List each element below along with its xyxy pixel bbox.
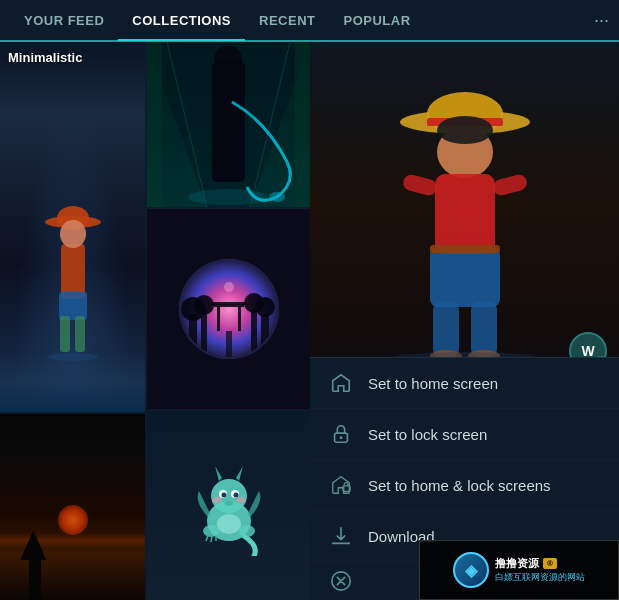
svg-point-36	[211, 479, 247, 513]
chibi-dragon-thumbnail[interactable]	[147, 411, 310, 600]
svg-rect-66	[491, 173, 528, 197]
luffy-figure-svg	[365, 62, 565, 362]
home-icon	[330, 372, 352, 394]
watermark-subtitle: 白嫖互联网资源的网站	[495, 571, 585, 584]
chibi-dragon-svg	[189, 456, 269, 556]
tab-popular[interactable]: POPULAR	[329, 0, 424, 40]
close-icon	[330, 570, 352, 592]
svg-point-69	[340, 436, 343, 439]
svg-rect-5	[75, 316, 85, 352]
svg-rect-65	[401, 173, 438, 197]
cyberpunk-thumbnail[interactable]	[147, 42, 310, 207]
sunset-thumbnail[interactable]	[0, 414, 145, 600]
set-home-screen-button[interactable]: Set to home screen	[310, 358, 619, 409]
svg-point-57	[437, 116, 493, 144]
svg-point-44	[212, 497, 222, 503]
watermark: ◈ 撸撸资源 ® 白嫖互联网资源的网站	[419, 540, 619, 600]
tab-your-feed[interactable]: YOUR FEED	[10, 0, 118, 40]
lock-icon	[330, 423, 352, 445]
svg-point-14	[214, 46, 242, 74]
svg-line-49	[206, 535, 208, 541]
set-home-screen-label: Set to home screen	[368, 375, 498, 392]
tab-recent[interactable]: RECENT	[245, 0, 329, 40]
svg-rect-3	[59, 292, 87, 320]
main-content: Minimalistic	[0, 42, 619, 600]
shrine-svg	[179, 259, 279, 359]
svg-point-15	[269, 192, 285, 202]
left-column: Minimalistic	[0, 42, 145, 600]
svg-rect-2	[61, 244, 85, 299]
svg-rect-13	[212, 62, 245, 182]
cyber-lines-svg	[147, 42, 310, 207]
more-options-button[interactable]: ···	[594, 10, 609, 31]
svg-rect-62	[471, 302, 497, 357]
set-home-lock-label: Set to home & lock screens	[368, 477, 551, 494]
svg-rect-16	[147, 42, 162, 207]
svg-point-41	[221, 492, 226, 497]
svg-rect-61	[433, 302, 459, 357]
svg-point-46	[217, 514, 241, 534]
svg-rect-25	[212, 302, 246, 305]
thumbnail-label: Minimalistic	[8, 50, 82, 65]
left-panel: Minimalistic	[0, 42, 310, 600]
download-icon	[330, 525, 352, 547]
svg-rect-27	[238, 306, 241, 331]
watermark-badge: ®	[543, 558, 557, 569]
set-home-lock-button[interactable]: Set to home & lock screens	[310, 460, 619, 511]
watermark-title: 撸撸资源	[495, 556, 539, 571]
tab-collections[interactable]: COLLECTIONS	[118, 1, 245, 41]
svg-rect-21	[261, 314, 269, 359]
svg-point-42	[233, 492, 238, 497]
anime-boy-thumbnail[interactable]: Minimalistic	[0, 42, 145, 412]
svg-point-30	[224, 282, 234, 292]
svg-rect-59	[430, 247, 500, 307]
home-lock-icon	[330, 474, 352, 496]
svg-rect-58	[435, 174, 495, 254]
svg-point-34	[244, 293, 264, 313]
svg-point-48	[239, 525, 255, 537]
svg-rect-26	[217, 306, 220, 331]
svg-marker-37	[215, 466, 222, 481]
svg-line-50	[211, 536, 212, 542]
svg-rect-4	[60, 316, 70, 352]
set-lock-screen-label: Set to lock screen	[368, 426, 487, 443]
svg-rect-60	[430, 245, 500, 253]
anime-figure-svg	[33, 192, 113, 372]
right-panel: W + Set to home screen	[310, 42, 619, 600]
svg-rect-28	[226, 331, 232, 359]
svg-rect-17	[295, 42, 310, 207]
watermark-logo: ◈	[453, 552, 489, 588]
set-lock-screen-button[interactable]: Set to lock screen	[310, 409, 619, 460]
shrine-circle-thumbnail[interactable]	[147, 209, 310, 409]
middle-column	[147, 42, 310, 600]
svg-marker-38	[236, 466, 243, 481]
svg-point-33	[194, 295, 214, 315]
top-nav: YOUR FEED COLLECTIONS RECENT POPULAR ···	[0, 0, 619, 42]
svg-point-6	[60, 220, 86, 248]
svg-point-43	[225, 500, 233, 505]
svg-point-45	[236, 497, 246, 503]
